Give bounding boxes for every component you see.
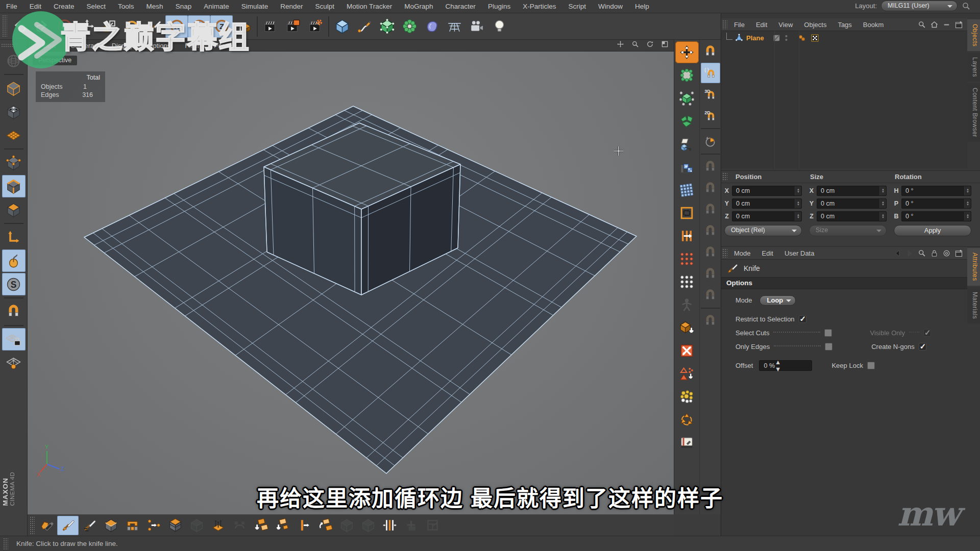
coord-input-position-z[interactable]: 0 cm▲▼	[732, 211, 802, 221]
coord-input-position-y[interactable]: 0 cm▲▼	[732, 198, 802, 209]
normal-move-button[interactable]	[250, 516, 272, 535]
coord-input-size-y[interactable]: 0 cm▲▼	[817, 198, 887, 209]
value-stepper[interactable]: ▲▼	[964, 199, 971, 208]
view-move-button[interactable]	[617, 40, 626, 50]
texture-tag-icon[interactable]	[811, 34, 819, 42]
offset-stepper[interactable]: ▲▼	[775, 359, 781, 373]
coord-input-position-x[interactable]: 0 cm▲▼	[732, 186, 802, 196]
snapping-magnet-button[interactable]	[2, 300, 26, 323]
normal-scale-button[interactable]	[272, 516, 293, 535]
view-zoom-button[interactable]	[631, 40, 641, 50]
attr-back-button[interactable]	[893, 249, 902, 258]
menu-item-x-particles[interactable]: X-Particles	[517, 0, 562, 13]
line-cut-button[interactable]	[79, 516, 100, 535]
coord-input-size-z[interactable]: 0 cm▲▼	[817, 211, 887, 221]
value-stepper[interactable]: ▲▼	[795, 199, 801, 208]
coord-input-rotation-b[interactable]: 0 °▲▼	[901, 211, 971, 221]
create-ngons-checkbox[interactable]	[919, 343, 926, 350]
attr-target-button[interactable]	[942, 249, 951, 258]
value-stepper[interactable]: ▲▼	[879, 212, 886, 221]
add-primitive-cube-button[interactable]	[331, 15, 353, 38]
drag-handle[interactable]	[722, 20, 727, 29]
edge-cut-button[interactable]	[379, 516, 400, 535]
coord-mode-dropdown[interactable]: Object (Rel)	[724, 225, 802, 236]
spline-pen-button[interactable]	[353, 15, 376, 38]
workplane-lock-button[interactable]	[2, 328, 26, 350]
coord-input-rotation-p[interactable]: 0 °▲▼	[901, 198, 971, 209]
om-add-panel-button[interactable]	[954, 20, 963, 29]
point-connect-button[interactable]	[143, 516, 164, 535]
value-stepper[interactable]: ▲▼	[964, 212, 971, 221]
sketch-board-button[interactable]	[675, 432, 699, 454]
coord-input-size-x[interactable]: 0 cm▲▼	[817, 186, 887, 196]
drag-handle[interactable]	[2, 15, 7, 38]
menu-item-render[interactable]: Render	[274, 0, 309, 13]
value-stepper[interactable]: ▲▼	[879, 186, 886, 195]
scatter-button[interactable]	[675, 87, 699, 109]
render-picture-viewer-button[interactable]	[282, 15, 304, 38]
attr-lock-button[interactable]	[930, 249, 939, 258]
normal-rotate-button[interactable]	[314, 516, 336, 535]
fragment-button[interactable]	[675, 110, 699, 132]
render-settings-button[interactable]	[304, 15, 327, 38]
enable-axis-button[interactable]	[2, 226, 26, 248]
drag-handle[interactable]	[3, 538, 8, 549]
snap-3d-button[interactable]: 3D	[701, 84, 720, 105]
menu-item-animate[interactable]: Animate	[198, 0, 235, 13]
snap-auto-button[interactable]: ( )	[701, 63, 720, 83]
menu-item-window[interactable]: Window	[592, 0, 629, 13]
transfer-grid-button[interactable]	[675, 202, 699, 224]
om-menu-item-objects[interactable]: Objects	[798, 21, 832, 29]
bridge-button[interactable]	[121, 516, 143, 535]
camera-button[interactable]	[465, 15, 488, 38]
layout-search-icon[interactable]	[962, 2, 971, 11]
random-dice-button[interactable]	[675, 156, 699, 178]
light-button[interactable]	[488, 15, 510, 38]
coord-size-dropdown[interactable]: Size	[809, 225, 887, 236]
matrix-button[interactable]	[675, 179, 699, 201]
viewport-perspective[interactable]: YZX ViewCamerasDisplayOptionsFilterPanel…	[28, 40, 674, 514]
view-maximize-button[interactable]	[661, 40, 671, 50]
select-cuts-checkbox[interactable]	[824, 329, 832, 337]
drag-handle[interactable]	[722, 172, 727, 181]
subdivision-surface-button[interactable]	[376, 15, 398, 38]
object-name[interactable]: Plane	[746, 34, 764, 42]
object-row-plane[interactable]: Plane	[721, 31, 967, 44]
generators-button[interactable]	[398, 15, 421, 38]
options-section-header[interactable]: Options	[721, 277, 967, 289]
menu-item-script[interactable]: Script	[562, 0, 592, 13]
layer-toggle-icon[interactable]	[772, 34, 781, 42]
dots-grid-red-button[interactable]	[675, 248, 699, 270]
recycle-button[interactable]	[675, 409, 699, 431]
only-edges-checkbox[interactable]	[825, 343, 832, 350]
keep-lock-checkbox[interactable]	[867, 362, 875, 369]
drag-handle[interactable]	[722, 248, 727, 258]
menu-item-snap[interactable]: Snap	[169, 0, 198, 13]
layout-dropdown[interactable]: MILG11 (User)	[881, 1, 958, 11]
attr-menu-item-user-data[interactable]: User Data	[779, 249, 820, 257]
polygon-pen-button[interactable]	[36, 516, 57, 535]
om-menu-item-bookm[interactable]: Bookm	[857, 21, 889, 29]
workplane-mode-button[interactable]	[2, 124, 26, 146]
visibility-dots-icon[interactable]	[782, 34, 791, 42]
panel-tab-layers[interactable]: Layers	[967, 53, 980, 82]
model-mode-button[interactable]	[2, 77, 26, 99]
deformers-button[interactable]	[421, 15, 443, 38]
value-stepper[interactable]: ▲▼	[795, 186, 801, 195]
menu-item-sculpt[interactable]: Sculpt	[309, 0, 341, 13]
om-minimize-button[interactable]	[942, 20, 951, 29]
cage-deform-button[interactable]	[675, 64, 699, 86]
matrix-extrude-button[interactable]	[207, 516, 229, 535]
environment-floor-button[interactable]	[443, 15, 465, 38]
om-menu-item-edit[interactable]: Edit	[750, 21, 773, 29]
polygons-mode-button[interactable]	[2, 198, 26, 221]
menu-item-help[interactable]: Help	[629, 0, 655, 13]
visible-only-checkbox[interactable]	[923, 329, 931, 337]
menu-item-mograph[interactable]: MoGraph	[398, 0, 439, 13]
menu-item-tools[interactable]: Tools	[112, 0, 140, 13]
value-stepper[interactable]: ▲▼	[795, 212, 801, 221]
polygon-reduction-button[interactable]	[675, 317, 699, 339]
cluster-points-button[interactable]	[675, 386, 699, 408]
om-search-button[interactable]	[918, 20, 926, 29]
menu-item-plugins[interactable]: Plugins	[482, 0, 517, 13]
